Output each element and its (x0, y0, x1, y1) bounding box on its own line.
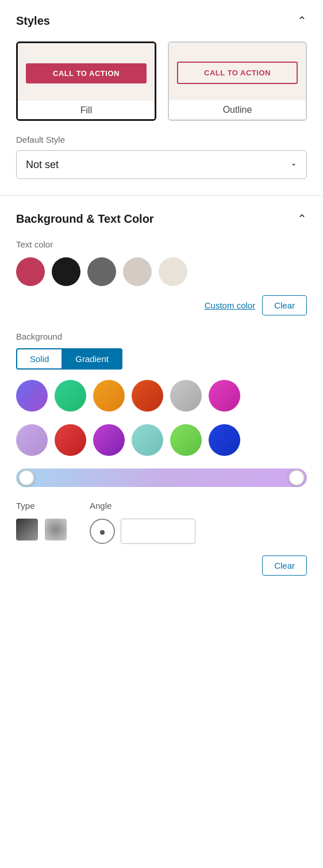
default-style-select[interactable]: Not set (16, 150, 307, 179)
outline-cta-button[interactable]: CALL TO ACTION (177, 62, 298, 84)
type-col: Type (16, 501, 67, 540)
gradient-swatches-row2 (16, 424, 307, 456)
solid-tab[interactable]: Solid (16, 348, 63, 370)
background-label: Background (16, 332, 307, 341)
text-color-light-gray[interactable] (123, 257, 152, 286)
default-style-label: Default Style (16, 135, 307, 144)
text-color-black[interactable] (52, 257, 80, 286)
text-color-label: Text color (16, 239, 307, 249)
grad-swatch-pink-magenta[interactable] (209, 380, 240, 412)
gradient-slider[interactable] (16, 469, 307, 487)
background-tabs: Solid Gradient (16, 348, 307, 370)
type-radial-button[interactable] (45, 519, 67, 540)
text-color-off-white[interactable] (159, 257, 187, 286)
bg-text-header: Background & Text Color ⌃ (16, 212, 307, 226)
angle-col: Angle (90, 501, 195, 544)
background-clear-button[interactable]: Clear (262, 555, 307, 576)
gradient-slider-track (16, 469, 307, 487)
text-color-gray[interactable] (87, 257, 116, 286)
grad-swatch-teal[interactable] (132, 424, 163, 456)
angle-label: Angle (90, 501, 195, 511)
styles-title: Styles (16, 14, 50, 28)
grad-swatch-blue[interactable] (209, 424, 240, 456)
grad-swatch-purple-blue[interactable] (16, 380, 48, 412)
type-label: Type (16, 501, 67, 511)
grad-swatch-green-light[interactable] (170, 424, 202, 456)
bg-text-section: Background & Text Color ⌃ Text color Cus… (0, 196, 323, 592)
styles-header: Styles ⌃ (16, 14, 307, 28)
grad-swatch-orange[interactable] (93, 380, 125, 412)
fill-style-card[interactable]: CALL TO ACTION Fill (16, 41, 156, 121)
type-options (16, 519, 67, 540)
bg-text-collapse-icon[interactable]: ⌃ (297, 212, 307, 226)
bg-text-title: Background & Text Color (16, 212, 154, 226)
outline-card-preview: CALL TO ACTION (169, 43, 306, 100)
fill-card-preview: CALL TO ACTION (18, 43, 155, 101)
gradient-tab[interactable]: Gradient (63, 348, 122, 370)
bottom-clear-row: Clear (16, 555, 307, 576)
grad-swatch-gray[interactable] (170, 380, 202, 412)
text-color-red[interactable] (16, 257, 45, 286)
grad-swatch-light-purple[interactable] (16, 424, 48, 456)
grad-swatch-purple[interactable] (93, 424, 125, 456)
angle-input[interactable] (121, 519, 195, 544)
styles-section: Styles ⌃ CALL TO ACTION Fill CALL TO ACT… (0, 0, 323, 196)
outline-card-label: Outline (169, 100, 306, 119)
text-color-actions: Custom color Clear (16, 295, 307, 315)
angle-controls (90, 519, 195, 544)
custom-color-button[interactable]: Custom color (205, 300, 255, 310)
slider-thumb-right[interactable] (289, 470, 305, 486)
fill-card-label: Fill (18, 101, 155, 119)
grad-swatch-red[interactable] (55, 424, 86, 456)
fill-cta-button[interactable]: CALL TO ACTION (26, 63, 147, 83)
slider-thumb-left[interactable] (18, 470, 34, 486)
type-linear-button[interactable] (16, 519, 38, 540)
grad-swatch-red-orange[interactable] (132, 380, 163, 412)
angle-dial[interactable] (90, 519, 115, 544)
style-cards-container: CALL TO ACTION Fill CALL TO ACTION Outli… (16, 41, 307, 121)
styles-collapse-icon[interactable]: ⌃ (297, 14, 307, 28)
text-color-swatches (16, 257, 307, 286)
angle-dot (100, 530, 105, 535)
outline-style-card[interactable]: CALL TO ACTION Outline (168, 41, 307, 121)
gradient-swatches-row1 (16, 380, 307, 412)
grad-swatch-green[interactable] (55, 380, 86, 412)
text-color-clear-button[interactable]: Clear (262, 295, 307, 315)
type-angle-row: Type Angle (16, 501, 307, 544)
